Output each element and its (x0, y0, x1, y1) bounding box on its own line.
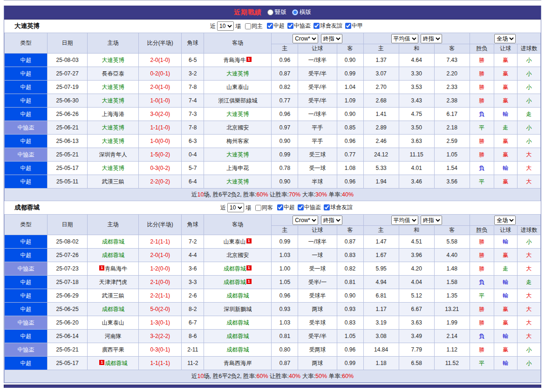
odds-handicap: 两球 (298, 303, 337, 316)
league-badge: 中超 (5, 67, 48, 81)
team-name[interactable]: 大連英博 (226, 111, 249, 117)
team-name[interactable]: 北京國安 (226, 252, 249, 258)
league-checkbox[interactable] (298, 204, 304, 210)
avg-draw: 6.58 (399, 357, 434, 370)
league-filter[interactable]: 球會友誼 (321, 203, 353, 211)
recent-count-select[interactable]: 10 (227, 203, 244, 212)
league-filter[interactable]: 中超 (274, 203, 295, 211)
bookmaker-select[interactable]: Crow* (293, 34, 318, 43)
avg-stage-select[interactable]: 終指 (421, 216, 442, 225)
team-name[interactable]: 大連英博 (102, 138, 124, 144)
team-name[interactable]: 大連英博 (102, 57, 124, 63)
odds-home: 0.96 (272, 54, 298, 67)
recent-count-select[interactable]: 10 (217, 21, 234, 31)
team-name[interactable]: 成都蓉城 (224, 279, 246, 285)
team-name[interactable]: 成都蓉城 (226, 333, 249, 339)
away-team-cell: 成都蓉城1 (204, 262, 272, 276)
vertical-layout-radio[interactable] (267, 9, 273, 15)
team-name[interactable]: 大連英博 (102, 84, 124, 90)
odds-home: 0.87 (272, 357, 298, 370)
away-team-cell: 成都蓉城 (204, 316, 272, 330)
team-name[interactable]: 梅州客家 (226, 138, 249, 144)
team-name[interactable]: 天津津門虎 (99, 279, 127, 285)
team-name[interactable]: 廣西平果 (102, 346, 124, 353)
avg-stage-select[interactable]: 終指 (421, 34, 442, 43)
team-name[interactable]: 山東泰山 (224, 238, 246, 245)
filter-bar: 近 10 場 同主 中超中協盃球會友誼中甲 (210, 21, 363, 31)
team-name[interactable]: 山東泰山 (226, 84, 249, 90)
team-name[interactable]: 深圳新鵬城 (224, 306, 252, 312)
league-checkbox[interactable] (287, 23, 293, 29)
odds-stage-select[interactable]: 終指 (321, 216, 342, 225)
league-checkbox[interactable] (313, 23, 320, 29)
summary-stat-value: 60% (257, 373, 268, 379)
layout-option-vertical[interactable]: 豎版 (267, 8, 286, 16)
team-name[interactable]: 成都蓉城 (226, 319, 249, 326)
team-name[interactable]: 成都蓉城 (102, 252, 124, 258)
result-goals: 走 (517, 108, 540, 121)
league-filter[interactable]: 中協盃 (295, 203, 321, 211)
team-name[interactable]: 青島海牛 (224, 57, 246, 63)
league-filter[interactable]: 中超 (264, 22, 285, 30)
league-checkbox[interactable] (345, 23, 351, 29)
result-winloss: 負 (470, 162, 494, 175)
league-filter[interactable]: 球會友誼 (311, 22, 342, 30)
team-name[interactable]: 大連英博 (226, 178, 249, 185)
away-team-cell: 成都蓉城 (204, 343, 272, 357)
same-venue-checkbox[interactable] (245, 23, 251, 29)
home-team-cell: 上海海港 (88, 108, 139, 121)
match-date: 25-08-03 (48, 54, 88, 67)
league-label: 中協盃 (304, 203, 321, 211)
league-checkbox[interactable] (267, 23, 273, 29)
team-name[interactable]: 成都蓉城 (102, 238, 124, 245)
col-result-goals: 进球数 (517, 44, 540, 54)
avg-home: 1.41 (363, 108, 399, 121)
team-name[interactable]: 大連英博 (102, 165, 124, 171)
horizontal-layout-radio[interactable] (292, 9, 298, 15)
average-select[interactable]: 平均值 (391, 34, 418, 43)
match-scope-select[interactable]: 全场 (494, 34, 516, 43)
corner-score: 11-2 (182, 357, 204, 370)
team-name[interactable]: 大連英博 (226, 151, 249, 158)
league-filter[interactable]: 中甲 (342, 22, 363, 30)
league-checkbox[interactable] (324, 204, 330, 210)
team-name[interactable]: 北京國安 (226, 124, 249, 131)
bookmaker-select[interactable]: Crow* (293, 216, 318, 225)
team-name[interactable]: 大連英博 (226, 70, 249, 77)
team-name[interactable]: 成都蓉城 (226, 292, 249, 299)
avg-away: 1.54 (434, 162, 470, 175)
team-name[interactable]: 河南隊 (105, 333, 122, 339)
home-team-cell: 成都蓉城 (88, 303, 139, 316)
team-name[interactable]: 武漢三鎮 (102, 178, 124, 185)
team-name[interactable]: 長春亞泰 (102, 70, 124, 77)
league-badge: 中超 (5, 276, 48, 289)
team-name[interactable]: 浙江俱樂部綠城 (218, 97, 257, 104)
league-checkbox[interactable] (277, 204, 283, 210)
layout-option-horizontal[interactable]: 橫版 (292, 8, 311, 16)
team-name[interactable]: 成都蓉城 (226, 346, 249, 353)
team-name[interactable]: 青島西海岸 (224, 360, 252, 366)
team-name[interactable]: 深圳青年人 (99, 151, 127, 158)
result-goals: 大 (517, 289, 540, 303)
team-name[interactable]: 大連英博 (102, 124, 124, 131)
average-select[interactable]: 平均值 (391, 216, 418, 225)
odds-handicap: 受半/一 (298, 276, 337, 289)
match-date: 25-06-25 (48, 303, 88, 316)
odds-home: 0.93 (272, 303, 298, 316)
team-name[interactable]: 武漢三鎮 (102, 292, 124, 299)
team-name[interactable]: 大連英博 (102, 97, 124, 104)
match-scope-select[interactable]: 全场 (494, 216, 516, 225)
team-name[interactable]: 青島海牛 (105, 265, 127, 272)
team-name[interactable]: 山東泰山 (102, 319, 124, 326)
same-venue-filter[interactable]: 同客 (252, 204, 273, 212)
odds-stage-select[interactable]: 終指 (321, 34, 342, 43)
team-name[interactable]: 成都蓉城 (224, 265, 246, 272)
team-name[interactable]: 上海海港 (102, 111, 124, 117)
team-name[interactable]: 成都蓉城 (105, 360, 127, 366)
same-venue-checkbox[interactable] (255, 205, 261, 211)
avg-away: 2.38 (434, 94, 470, 108)
team-name[interactable]: 成都蓉城 (102, 306, 124, 312)
league-filter[interactable]: 中協盃 (285, 22, 311, 30)
same-venue-filter[interactable]: 同主 (242, 22, 263, 30)
team-name[interactable]: 上海申花 (226, 165, 249, 171)
